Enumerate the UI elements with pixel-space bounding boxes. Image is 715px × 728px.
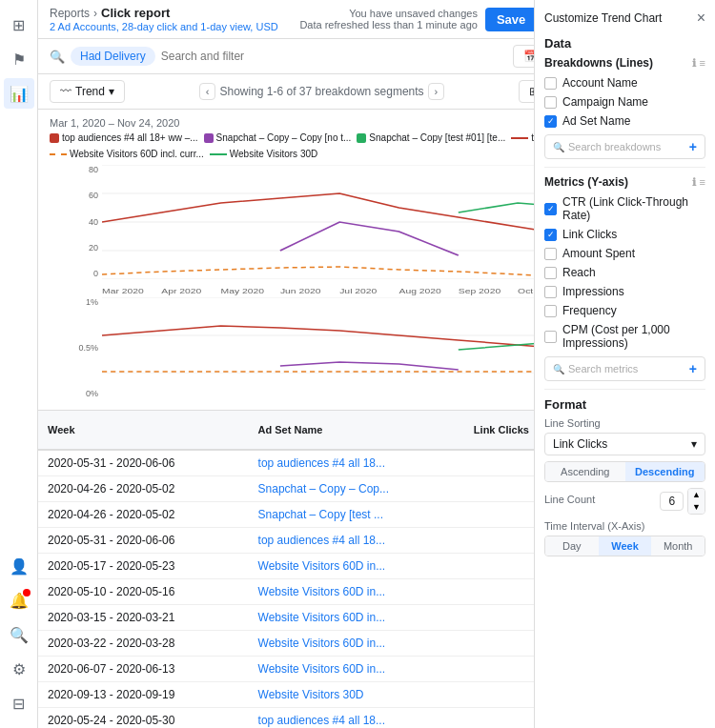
cell-adset[interactable]: Website Visitors 60D in... [249, 630, 464, 656]
sidebar-icon-flag[interactable]: ⚑ [4, 44, 34, 74]
time-week-button[interactable]: Week [599, 536, 652, 556]
time-day-button[interactable]: Day [545, 536, 599, 556]
metrics-reorder-icon: ≡ [700, 176, 705, 188]
metric-frequency[interactable]: Frequency [544, 301, 705, 320]
save-button[interactable]: Save [485, 8, 537, 31]
cell-adset[interactable]: Website Visitors 60D in... [249, 578, 464, 604]
breadcrumb-parent[interactable]: Reports [50, 7, 90, 20]
cell-adset[interactable]: Website Visitors 60D in... [249, 553, 464, 578]
metric-link-clicks[interactable]: ✓ Link Clicks [544, 225, 705, 244]
cell-week: 2020-04-26 - 2020-05-02 [38, 501, 249, 527]
cell-week: 2020-03-15 - 2020-03-21 [38, 604, 249, 630]
sort-asc-button[interactable]: Ascending [545, 462, 625, 481]
cell-adset[interactable]: Snapchat – Copy [test ... [249, 501, 464, 527]
cell-week: 2020-09-13 - 2020-09-19 [38, 681, 249, 707]
cell-adset[interactable]: Website Visitors 30D [249, 681, 464, 707]
cell-adset[interactable]: top audiences #4 all 18... [249, 450, 464, 476]
metric-frequency-checkbox[interactable] [544, 305, 557, 317]
legend-item-1: top audiences #4 all 18+ ww –... [50, 132, 198, 143]
metric-impressions-checkbox[interactable] [544, 286, 557, 298]
line-count-down[interactable]: ▼ [688, 501, 705, 514]
metric-cpm-checkbox[interactable] [544, 331, 557, 343]
time-month-button[interactable]: Month [651, 536, 705, 556]
cell-week: 2020-03-22 - 2020-03-28 [38, 630, 249, 656]
segment-info: ‹ Showing 1-6 of 37 breakdown segments › [199, 83, 444, 100]
line-count-stepper[interactable]: ▲ ▼ [687, 488, 705, 515]
metric-cpm-label: CPM (Cost per 1,000 Impressions) [562, 323, 705, 350]
metric-reach-checkbox[interactable] [544, 267, 557, 279]
metric-link-clicks-checkbox[interactable]: ✓ [544, 229, 557, 241]
legend-label-6: Website Visitors 30D [230, 149, 317, 159]
svg-text:Jun 2020: Jun 2020 [280, 287, 321, 295]
add-breakdown-button[interactable]: + [689, 139, 697, 154]
search-icon: 🔍 [50, 50, 65, 64]
cell-adset[interactable]: top audiences #4 all 18... [249, 527, 464, 553]
cell-week: 2020-06-07 - 2020-06-13 [38, 656, 249, 681]
customize-panel: Customize Trend Chart × Data Breakdowns … [534, 0, 715, 728]
cell-adset[interactable]: Website Visitors 60D in... [249, 656, 464, 681]
trend-button[interactable]: 〰 Trend ▾ [50, 80, 125, 103]
cell-adset[interactable]: Website Visitors 60D in... [249, 604, 464, 630]
sort-desc-button[interactable]: Descending [625, 462, 705, 481]
breakdown-campaign-checkbox[interactable] [544, 96, 557, 109]
legend-color-2 [204, 133, 214, 143]
search-breakdowns-placeholder: Search breakdowns [568, 141, 661, 152]
search-icon: 🔍 [553, 142, 564, 152]
cell-adset[interactable]: top audiences #4 all 18... [249, 707, 464, 728]
search-breakdowns[interactable]: 🔍 Search breakdowns + [544, 134, 705, 159]
next-segment-button[interactable]: › [428, 83, 445, 100]
metric-amount-spent-checkbox[interactable] [544, 248, 557, 260]
breadcrumb-separator: › [93, 7, 97, 20]
legend-line-4 [511, 137, 528, 139]
panel-header: Customize Trend Chart × [544, 10, 705, 27]
sidebar-icon-alert[interactable]: 🔔 [4, 585, 34, 616]
legend-label-5: Website Visitors 60D incl. curr... [70, 149, 204, 159]
breadcrumb: Reports › Click report 2 Ad Accounts, 28… [50, 6, 278, 32]
line-sorting-label: Line Sorting [544, 417, 705, 429]
sidebar-icon-chart[interactable]: 📊 [4, 78, 34, 109]
add-metric-button[interactable]: + [689, 361, 697, 376]
line-count-row: Line Count 6 ▲ ▼ [544, 488, 705, 515]
line-sorting-select[interactable]: Link Clicks ▾ [544, 433, 705, 455]
legend-color-1 [50, 133, 59, 143]
metric-ctr-checkbox[interactable]: ✓ [544, 203, 557, 215]
breakdown-account[interactable]: Account Name [544, 73, 705, 92]
sidebar-icon-grid[interactable]: ⊞ [4, 10, 34, 40]
breakdown-adset-checkbox[interactable]: ✓ [544, 115, 557, 128]
metric-frequency-label: Frequency [562, 304, 617, 317]
sort-direction-toggle[interactable]: Ascending Descending [544, 461, 705, 482]
col-adset[interactable]: Ad Set Name [249, 411, 464, 450]
reorder-icon: ≡ [700, 57, 705, 69]
metric-reach-label: Reach [562, 266, 596, 279]
metric-reach[interactable]: Reach [544, 263, 705, 282]
sidebar-icon-table[interactable]: ⊟ [4, 688, 34, 718]
panel-close-button[interactable]: × [697, 10, 705, 27]
metric-ctr[interactable]: ✓ CTR (Link Click-Through Rate) [544, 192, 705, 225]
svg-text:Mar 2020: Mar 2020 [102, 287, 144, 295]
breakdown-campaign[interactable]: Campaign Name [544, 92, 705, 111]
sidebar-icon-person[interactable]: 👤 [4, 551, 34, 581]
info-icon: ℹ [692, 57, 696, 70]
line-count-label: Line Count [544, 494, 595, 505]
time-interval-toggle[interactable]: Day Week Month [544, 536, 705, 556]
search-metrics-icon: 🔍 [553, 364, 564, 374]
metric-amount-spent[interactable]: Amount Spent [544, 244, 705, 263]
cell-adset[interactable]: Snapchat – Copy – Cop... [249, 475, 464, 501]
breakdown-adset[interactable]: ✓ Ad Set Name [544, 111, 705, 131]
sidebar-icon-settings[interactable]: ⚙ [4, 654, 34, 684]
metric-impressions[interactable]: Impressions [544, 282, 705, 301]
metric-cpm[interactable]: CPM (Cost per 1,000 Impressions) [544, 320, 705, 353]
filter-search-input[interactable] [161, 50, 304, 63]
time-interval-label: Time Interval (X-Axis) [544, 520, 705, 532]
sidebar-icon-search[interactable]: 🔍 [4, 619, 34, 650]
left-sidebar: ⊞ ⚑ 📊 👤 🔔 🔍 ⚙ ⊟ [0, 0, 38, 728]
prev-segment-button[interactable]: ‹ [199, 83, 216, 100]
line-count-up[interactable]: ▲ [688, 489, 705, 501]
svg-text:Sep 2020: Sep 2020 [459, 287, 500, 295]
legend-label-2: Snapchat – Copy – Copy [no t... [216, 132, 352, 143]
search-metrics[interactable]: 🔍 Search metrics + [544, 356, 705, 381]
filter-tag-had-delivery[interactable]: Had Delivery [71, 47, 155, 66]
breakdown-account-checkbox[interactable] [544, 77, 557, 90]
col-week[interactable]: Week [38, 411, 249, 450]
cell-week: 2020-05-17 - 2020-05-23 [38, 553, 249, 578]
